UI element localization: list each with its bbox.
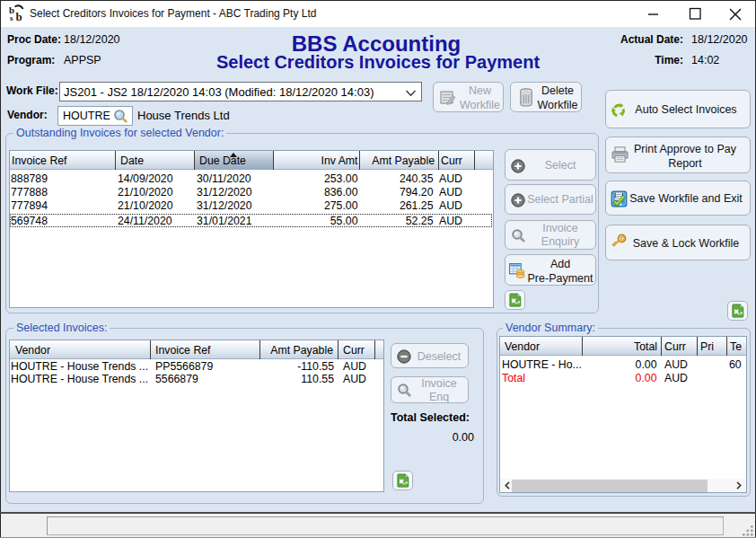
svg-text:s: s bbox=[10, 13, 13, 22]
svg-text:b: b bbox=[16, 10, 22, 23]
